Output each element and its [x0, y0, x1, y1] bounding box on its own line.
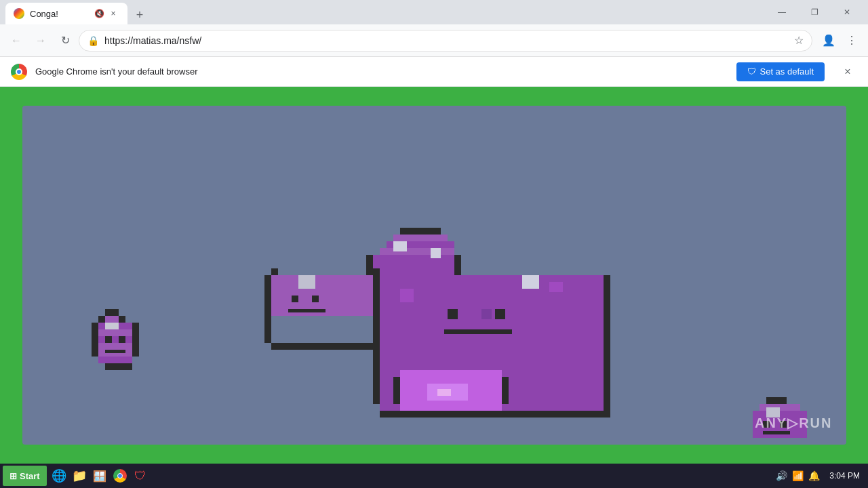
- lock-icon: 🔒: [87, 35, 99, 46]
- svg-rect-37: [292, 296, 298, 302]
- address-bar: ← → ↻ 🔒 https://matias.ma/nsfw/ ☆ 👤 ⋮: [0, 24, 868, 57]
- svg-rect-18: [105, 363, 132, 370]
- svg-rect-12: [92, 336, 98, 343]
- clock: 3:04 PM: [824, 471, 865, 481]
- svg-rect-31: [431, 248, 441, 258]
- windows-icon: ⊞: [9, 471, 17, 481]
- svg-rect-36: [264, 275, 271, 282]
- svg-rect-48: [448, 309, 458, 319]
- set-as-default-button[interactable]: 🛡 Set as default: [736, 62, 825, 81]
- svg-rect-19: [105, 323, 119, 329]
- new-tab-button[interactable]: +: [130, 5, 149, 24]
- svg-rect-22: [105, 350, 125, 353]
- svg-rect-46: [481, 309, 492, 319]
- svg-rect-30: [393, 241, 407, 251]
- maximize-button[interactable]: ❐: [799, 3, 830, 22]
- shield-icon: 🛡: [747, 66, 756, 77]
- active-tab[interactable]: Conga! 🔇 ×: [5, 3, 127, 24]
- taskbar-pinned-icons: 🌐 📁 🪟 🛡: [50, 466, 150, 485]
- chrome-taskbar-icon[interactable]: [111, 466, 130, 485]
- svg-rect-27: [373, 255, 454, 275]
- pixel-art: [34, 113, 834, 438]
- svg-rect-20: [105, 336, 112, 343]
- volume-icon[interactable]: 🔊: [774, 466, 789, 485]
- tab-close-button[interactable]: ×: [107, 7, 119, 20]
- svg-rect-52: [271, 343, 380, 350]
- folder-icon[interactable]: 📁: [70, 466, 89, 485]
- svg-rect-3: [119, 316, 125, 323]
- browser-window: Conga! 🔇 × + — ❐ ✕ ← → ↻ 🔒 https://matia…: [0, 0, 868, 488]
- svg-rect-8: [98, 329, 132, 336]
- forward-button[interactable]: →: [30, 30, 52, 52]
- notification-icon[interactable]: 🔔: [806, 466, 821, 485]
- svg-rect-56: [393, 377, 400, 404]
- refresh-button[interactable]: ↻: [54, 30, 76, 52]
- taskbar-right: 🔊 📶 🔔 3:04 PM: [774, 466, 865, 485]
- banner-close-button[interactable]: ×: [838, 62, 857, 81]
- tab-favicon: [14, 8, 24, 19]
- svg-rect-45: [400, 289, 414, 302]
- svg-rect-49: [495, 309, 505, 319]
- anyrun-watermark: ANY▷RUN: [755, 415, 833, 431]
- av-icon[interactable]: 🛡: [131, 466, 150, 485]
- system-tray-icons: 🔊 📶 🔔: [774, 466, 821, 485]
- svg-rect-11: [98, 336, 132, 343]
- tab-title: Conga!: [30, 9, 94, 19]
- svg-rect-6: [105, 316, 119, 323]
- menu-icon[interactable]: ⋮: [841, 30, 863, 52]
- svg-rect-2: [98, 316, 105, 323]
- svg-rect-21: [119, 336, 125, 343]
- start-label: Start: [20, 471, 40, 481]
- svg-rect-39: [288, 309, 326, 312]
- banner-text: Google Chrome isn't your default browser: [35, 66, 728, 77]
- profile-icon[interactable]: 👤: [818, 30, 840, 52]
- chrome-logo: [11, 64, 27, 80]
- media-icon[interactable]: 🪟: [90, 466, 109, 485]
- svg-rect-61: [766, 397, 787, 404]
- default-browser-banner: Google Chrome isn't your default browser…: [0, 57, 868, 87]
- svg-rect-4: [92, 323, 98, 329]
- svg-rect-23: [400, 228, 441, 235]
- svg-rect-68: [763, 431, 790, 434]
- svg-rect-9: [92, 329, 98, 336]
- svg-rect-17: [98, 357, 132, 363]
- svg-rect-35: [264, 282, 271, 316]
- svg-rect-28: [366, 255, 373, 275]
- svg-rect-54: [604, 411, 610, 418]
- svg-rect-16: [132, 343, 139, 357]
- start-button[interactable]: ⊞ Start: [3, 466, 47, 486]
- back-button[interactable]: ←: [5, 30, 27, 52]
- svg-rect-47: [549, 282, 563, 292]
- svg-rect-38: [312, 296, 319, 302]
- svg-rect-5: [132, 323, 139, 329]
- tab-mute-icon[interactable]: 🔇: [94, 8, 104, 19]
- svg-rect-57: [502, 377, 509, 404]
- omnibox[interactable]: 🔒 https://matias.ma/nsfw/ ☆: [79, 30, 812, 52]
- toolbar-icons: 👤 ⋮: [818, 30, 863, 52]
- tab-strip: Conga! 🔇 × +: [5, 0, 766, 24]
- svg-rect-1: [105, 309, 119, 316]
- anyrun-text: ANY▷RUN: [755, 415, 833, 431]
- pixel-art-container: ANY▷RUN: [22, 106, 846, 445]
- svg-rect-50: [444, 329, 512, 334]
- page-content: ANY▷RUN: [0, 87, 868, 464]
- bookmark-star-icon[interactable]: ☆: [794, 34, 804, 47]
- minimize-button[interactable]: —: [766, 3, 797, 22]
- ie-icon[interactable]: 🌐: [50, 466, 68, 485]
- network-icon[interactable]: 📶: [790, 466, 805, 485]
- svg-rect-43: [604, 275, 610, 411]
- close-button[interactable]: ✕: [831, 3, 863, 22]
- svg-rect-24: [393, 235, 448, 241]
- svg-rect-13: [132, 336, 139, 343]
- svg-rect-40: [298, 275, 315, 289]
- svg-rect-10: [132, 329, 139, 336]
- svg-rect-58: [400, 411, 502, 418]
- window-controls: — ❐ ✕: [766, 3, 863, 22]
- svg-rect-44: [522, 275, 539, 289]
- svg-rect-15: [92, 343, 98, 357]
- title-bar: Conga! 🔇 × + — ❐ ✕: [0, 0, 868, 24]
- url-text: https://matias.ma/nsfw/: [104, 35, 789, 46]
- svg-rect-29: [454, 255, 461, 275]
- svg-rect-33: [271, 268, 278, 275]
- svg-rect-51: [264, 316, 271, 343]
